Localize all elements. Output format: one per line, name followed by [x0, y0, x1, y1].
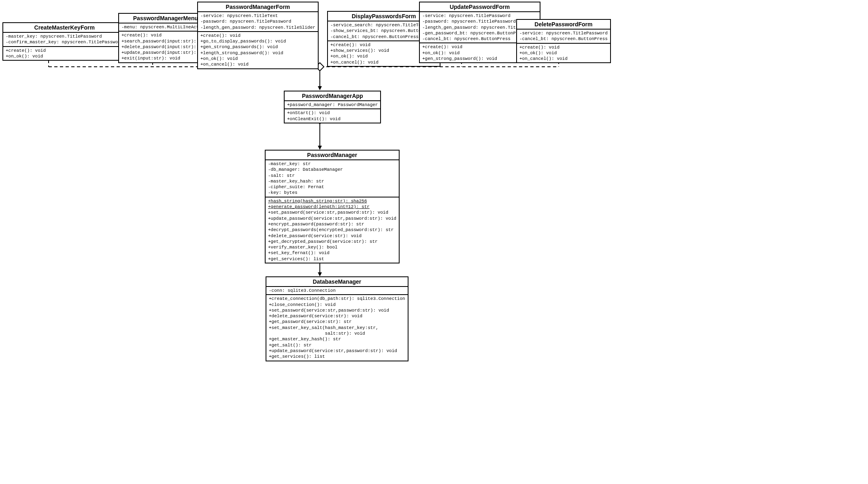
- class-title: CreateMasterKeyForm: [3, 23, 126, 33]
- class-title: UpdatePasswordForm: [420, 2, 540, 12]
- class-methods: +create(): void +on_ok(): void: [3, 47, 126, 60]
- class-title: DatabaseManager: [266, 277, 408, 287]
- class-title: PasswordManagerApp: [285, 91, 380, 101]
- class-title: DeletePasswordForm: [517, 20, 610, 30]
- uml-connectors: [0, 0, 868, 484]
- class-methods: +create(): void +go_to_display_passwords…: [198, 32, 318, 68]
- class-methods: +create(): void +on_ok(): void +on_cance…: [517, 44, 610, 63]
- class-title: PasswordManager: [266, 151, 399, 160]
- class-attrs: +password_manager: PasswordManager: [285, 101, 380, 109]
- class-attrs: -master_key: npyscreen.TitlePassword -co…: [3, 33, 126, 47]
- class-methods: +onStart(): void +onCleanExit(): void: [285, 109, 380, 123]
- svg-marker-5: [318, 272, 322, 276]
- class-passwordmanagerform: PasswordManagerForm -service: npyscreen.…: [197, 2, 319, 69]
- class-deletepasswordform: DeletePasswordForm -service: npyscreen.T…: [516, 19, 611, 63]
- class-title: PasswordManagerForm: [198, 2, 318, 12]
- class-createmasterkeyform: CreateMasterKeyForm -master_key: npyscre…: [2, 22, 126, 61]
- class-passwordmanager: PasswordManager -master_key: str -db_man…: [265, 150, 400, 263]
- svg-marker-1: [318, 86, 322, 90]
- class-attrs: -master_key: str -db_manager: DatabaseMa…: [266, 160, 399, 197]
- class-methods: +hash_string(hash_string:str): sha256 +g…: [266, 197, 399, 263]
- class-attrs: -conn: sqlite3.Connection: [266, 287, 408, 295]
- class-attrs: -service: npyscreen.TitleText -password:…: [198, 12, 318, 32]
- class-methods: +create_connection(db_path:str): sqlite3…: [266, 295, 408, 360]
- svg-marker-3: [318, 146, 322, 150]
- class-databasemanager: DatabaseManager -conn: sqlite3.Connectio…: [266, 276, 408, 361]
- class-attrs: -service: npyscreen.TitlePassword -cance…: [517, 30, 610, 44]
- class-passwordmanagerapp: PasswordManagerApp +password_manager: Pa…: [284, 91, 381, 123]
